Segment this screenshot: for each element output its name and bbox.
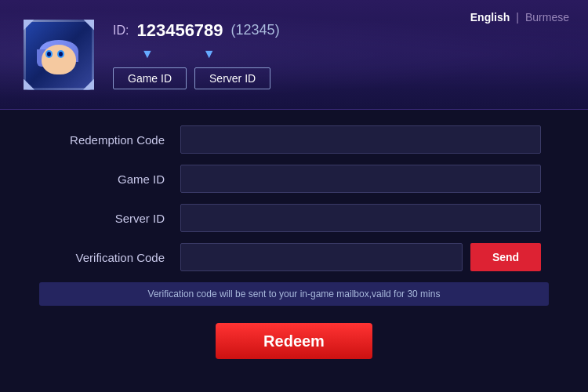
header-section: English | Burmese: [0, 0, 588, 110]
server-id-input[interactable]: [180, 204, 541, 232]
redemption-code-row: Redemption Code: [47, 125, 541, 154]
send-button[interactable]: Send: [470, 243, 541, 271]
avatar-container: [24, 20, 94, 90]
id-row: ID: 123456789 (12345): [113, 20, 280, 41]
char-pupil-right: [59, 52, 63, 56]
verification-code-input[interactable]: [180, 243, 463, 271]
main-form: Redemption Code Game ID Server ID Verifi…: [0, 110, 588, 392]
lang-english-button[interactable]: English: [470, 11, 510, 24]
game-id-arrow-icon: ▼: [141, 47, 154, 61]
verification-input-group: Send: [180, 243, 541, 271]
server-id-row: Server ID: [47, 204, 541, 232]
char-head: [42, 45, 76, 74]
character-face: [35, 27, 82, 82]
server-id-arrow-icon: ▼: [203, 47, 216, 61]
info-text: Verification code will be sent to your i…: [148, 289, 441, 299]
lang-burmese-button[interactable]: Burmese: [525, 11, 569, 24]
id-buttons: Game ID Server ID: [113, 67, 280, 89]
game-id-button[interactable]: Game ID: [113, 67, 187, 89]
server-id-button[interactable]: Server ID: [194, 67, 270, 89]
verification-code-row: Verification Code Send: [47, 243, 541, 271]
language-switcher: English | Burmese: [470, 11, 569, 24]
id-main-value: 123456789: [136, 20, 223, 41]
char-pupil-left: [47, 52, 51, 56]
lang-divider: |: [516, 11, 519, 24]
info-bar: Verification code will be sent to your i…: [39, 282, 549, 306]
game-id-row: Game ID: [47, 165, 541, 193]
redeem-button[interactable]: Redeem: [216, 323, 372, 359]
id-info: ID: 123456789 (12345) ▼ ▼ Game ID Server…: [113, 20, 280, 89]
game-id-input[interactable]: [180, 165, 541, 193]
avatar-frame: [24, 20, 94, 90]
id-label: ID:: [113, 24, 129, 38]
id-arrows: ▼ ▼: [113, 47, 280, 61]
server-id-label: Server ID: [47, 212, 165, 225]
redemption-code-label: Redemption Code: [47, 133, 165, 147]
game-id-label: Game ID: [47, 172, 165, 186]
redemption-code-input[interactable]: [180, 125, 541, 154]
id-sub-value: (12345): [231, 22, 280, 38]
avatar-inner: [26, 22, 92, 88]
verification-code-label: Verification Code: [47, 251, 165, 264]
